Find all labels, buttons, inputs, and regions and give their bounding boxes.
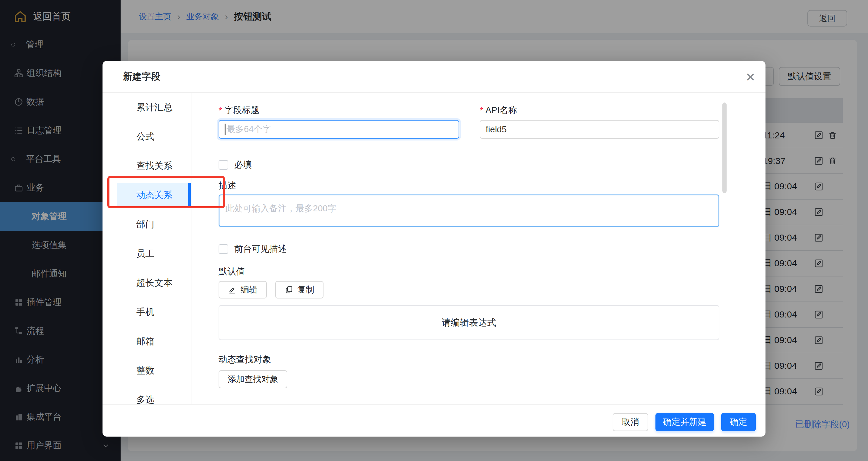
modal-body: 累计汇总公式查找关系动态关系部门员工超长文本手机邮箱整数多选 * 字段标题 * … (102, 93, 766, 405)
api-name-input[interactable]: field5 (480, 120, 719, 139)
annotation-highlight-box (107, 176, 225, 208)
field-title-input[interactable]: 最多64个字 (219, 120, 459, 139)
modal-scrollbar[interactable] (722, 102, 726, 193)
tab-label: 部门 (136, 218, 154, 230)
desc-visible-checkbox-row: 前台可见描述 (219, 243, 287, 255)
new-field-modal: 新建字段 ✕ 累计汇总公式查找关系动态关系部门员工超长文本手机邮箱整数多选 * … (102, 61, 766, 437)
tab-label: 员工 (136, 248, 154, 260)
tab-field-type-9[interactable]: 整数 (102, 356, 191, 385)
tab-field-type-0[interactable]: 累计汇总 (102, 93, 191, 122)
required-asterisk: * (480, 105, 483, 116)
edit-expression-button[interactable]: 编辑 (219, 281, 267, 299)
cancel-button[interactable]: 取消 (613, 413, 648, 431)
pencil-icon (228, 285, 236, 294)
tab-label: 公式 (136, 130, 154, 143)
tab-label: 查找关系 (136, 160, 173, 172)
tab-field-type-10[interactable]: 多选 (102, 385, 191, 405)
tab-field-type-4[interactable]: 部门 (102, 210, 191, 239)
copy-icon (285, 285, 293, 294)
tab-field-type-8[interactable]: 邮箱 (102, 327, 191, 356)
desc-visible-checkbox[interactable] (219, 244, 228, 254)
field-type-tab-list: 累计汇总公式查找关系动态关系部门员工超长文本手机邮箱整数多选 (102, 93, 191, 405)
required-asterisk: * (219, 105, 222, 116)
tab-field-type-7[interactable]: 手机 (102, 298, 191, 327)
api-name-label: * API名称 (480, 104, 517, 116)
dynamic-lookup-label: 动态查找对象 (219, 354, 271, 366)
field-form: * 字段标题 * API名称 最多64个字 field5 必填 (219, 93, 719, 405)
field-title-label: * 字段标题 (219, 104, 259, 116)
tab-label: 多选 (136, 394, 154, 405)
add-lookup-object-button[interactable]: 添加查找对象 (219, 370, 287, 388)
tab-label: 邮箱 (136, 335, 154, 348)
desc-visible-checkbox-label: 前台可见描述 (234, 243, 287, 255)
text-caret (225, 124, 225, 135)
modal-footer: 取消 确定并新建 确定 (102, 404, 766, 437)
tab-field-type-5[interactable]: 员工 (102, 239, 191, 268)
required-checkbox[interactable] (219, 160, 228, 170)
page: 设置主页 › 业务对象 › 按钮测试 返回 返回首页 管理组织结构数据日志管理平… (0, 0, 868, 461)
required-checkbox-row: 必填 (219, 159, 252, 171)
confirm-button[interactable]: 确定 (721, 413, 756, 431)
tab-field-type-6[interactable]: 超长文本 (102, 268, 191, 298)
expression-box[interactable]: 请编辑表达式 (219, 305, 719, 340)
tab-label: 手机 (136, 306, 154, 318)
tab-label: 整数 (136, 365, 154, 377)
tab-label: 超长文本 (136, 277, 173, 289)
confirm-and-new-button[interactable]: 确定并新建 (655, 413, 714, 431)
tab-label: 累计汇总 (136, 101, 173, 114)
tab-field-type-1[interactable]: 公式 (102, 122, 191, 151)
default-value-label: 默认值 (219, 266, 245, 278)
modal-title: 新建字段 (123, 61, 160, 92)
copy-expression-button[interactable]: 复制 (275, 281, 323, 299)
modal-header: 新建字段 ✕ (102, 61, 766, 93)
close-icon[interactable]: ✕ (742, 69, 759, 86)
description-textarea[interactable]: 此处可输入备注，最多200字 (219, 194, 719, 227)
required-checkbox-label: 必填 (234, 159, 252, 171)
